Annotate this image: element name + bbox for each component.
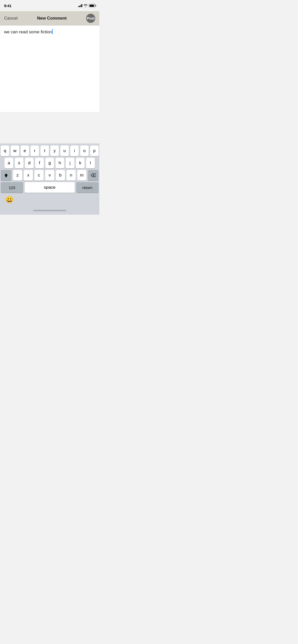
keyboard-row-3: z x c v b n m: [0, 170, 99, 181]
key-x[interactable]: x: [24, 170, 33, 181]
post-label: Post: [87, 16, 95, 20]
key-u[interactable]: u: [60, 145, 69, 156]
home-indicator: [0, 206, 99, 215]
key-w[interactable]: w: [11, 145, 19, 156]
text-cursor: [52, 29, 53, 34]
space-key[interactable]: space: [25, 182, 75, 193]
key-d[interactable]: d: [25, 158, 34, 168]
key-k[interactable]: k: [76, 158, 85, 168]
key-n[interactable]: n: [66, 170, 76, 181]
key-z[interactable]: z: [13, 170, 22, 181]
nav-bar: Cancel New Comment Post: [0, 11, 99, 25]
emoji-icon: 😀: [5, 196, 13, 204]
status-icons: [78, 4, 96, 7]
wifi-icon: [84, 4, 88, 7]
key-e[interactable]: e: [21, 145, 29, 156]
home-bar: [33, 210, 66, 211]
key-m[interactable]: m: [77, 170, 86, 181]
key-t[interactable]: t: [40, 145, 49, 156]
comment-text: we can read some fiction: [4, 30, 52, 34]
key-r[interactable]: r: [31, 145, 39, 156]
battery-icon: [89, 4, 95, 7]
shift-key[interactable]: [1, 170, 11, 181]
key-a[interactable]: a: [5, 158, 13, 168]
key-l[interactable]: l: [86, 158, 95, 168]
key-j[interactable]: j: [66, 158, 74, 168]
key-v[interactable]: v: [45, 170, 54, 181]
bottom-action-row: 123 space return: [0, 182, 99, 193]
numbers-key[interactable]: 123: [1, 182, 23, 193]
cancel-button[interactable]: Cancel: [4, 15, 18, 22]
nav-title: New Comment: [37, 16, 67, 21]
key-s[interactable]: s: [15, 158, 23, 168]
signal-icon: [78, 4, 83, 7]
key-c[interactable]: c: [34, 170, 44, 181]
key-h[interactable]: h: [56, 158, 64, 168]
keyboard-bottom-row: 😀: [0, 194, 99, 205]
delete-key[interactable]: [88, 170, 99, 181]
return-key[interactable]: return: [76, 182, 99, 193]
status-bar: 9:41: [0, 0, 99, 11]
key-f[interactable]: f: [35, 158, 44, 168]
key-b[interactable]: b: [56, 170, 65, 181]
key-i[interactable]: i: [70, 145, 79, 156]
key-g[interactable]: g: [45, 158, 54, 168]
post-button[interactable]: Post: [86, 14, 95, 23]
keyboard-row-1: q w e r t y u i o p: [0, 145, 99, 156]
emoji-button[interactable]: 😀: [4, 194, 15, 205]
keyboard-row-2: a s d f g h j k l: [0, 158, 99, 168]
status-time: 9:41: [4, 4, 11, 8]
key-q[interactable]: q: [1, 145, 9, 156]
key-y[interactable]: y: [50, 145, 59, 156]
key-o[interactable]: o: [80, 145, 89, 156]
comment-area[interactable]: we can read some fiction: [0, 25, 99, 112]
keyboard: q w e r t y u i o p a s d f g h j k l z …: [0, 143, 99, 215]
key-p[interactable]: p: [90, 145, 99, 156]
